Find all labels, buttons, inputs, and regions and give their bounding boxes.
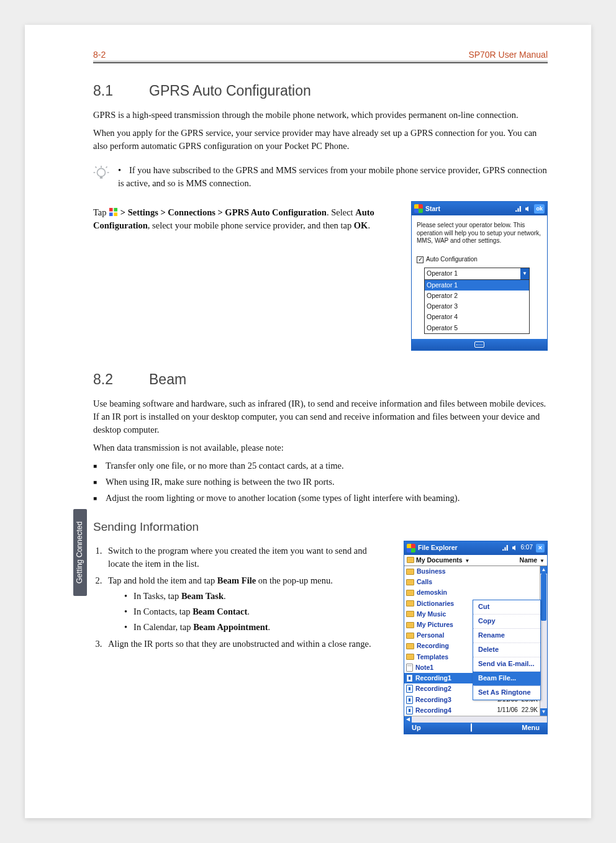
file-row[interactable]: Recording41/11/0622.9K (404, 705, 540, 716)
close-icon[interactable]: × (536, 544, 545, 552)
context-menu: Cut Copy Rename Delete Send via E-mail..… (473, 600, 541, 700)
scroll-thumb[interactable] (541, 574, 546, 621)
list-item: When using IR, make sure nothing is betw… (108, 476, 548, 489)
signal-icon (502, 544, 509, 551)
speaker-icon (525, 205, 531, 212)
keyboard-icon[interactable] (474, 341, 484, 348)
operator-option[interactable]: Operator 5 (425, 323, 529, 333)
note-file-icon (406, 664, 413, 672)
section-8-1-heading: 8.1GPRS Auto Configuration (93, 81, 548, 101)
scroll-left-icon[interactable]: ◀ (404, 716, 412, 723)
checkbox-label: Auto Configuration (426, 255, 478, 264)
window-title: Start (425, 204, 512, 214)
bottom-command-bar: Up Menu (404, 723, 547, 734)
screenshot-gprs-config: Start ok Please select your operator bel… (411, 201, 548, 350)
svg-rect-1 (100, 177, 102, 179)
menu-button[interactable]: Menu (522, 723, 540, 733)
section-8-2-heading: 8.2Beam (93, 369, 548, 390)
menu-item-rename[interactable]: Rename (473, 629, 540, 643)
chevron-down-icon: ▼ (465, 558, 470, 564)
menu-item-delete[interactable]: Delete (473, 643, 540, 657)
operator-combobox[interactable]: Operator 1 ▼ Operator 1 Operator 2 Opera… (424, 268, 530, 333)
folder-row[interactable]: Calls (404, 577, 540, 587)
folder-icon (406, 643, 414, 649)
section-title: GPRS Auto Configuration (149, 83, 311, 99)
scroll-track[interactable] (540, 574, 547, 708)
section-title: Beam (149, 371, 186, 387)
page-number: 8-2 (93, 48, 106, 61)
operator-option[interactable]: Operator 1 (425, 280, 529, 291)
menu-item-copy[interactable]: Copy (473, 615, 540, 629)
folder-icon (406, 600, 414, 606)
operator-option[interactable]: Operator 2 (425, 291, 529, 301)
scroll-down-icon[interactable]: ▼ (540, 708, 547, 716)
list-item: Transfer only one file, or no more than … (108, 459, 548, 472)
checkbox-checked-icon[interactable]: ✓ (417, 256, 424, 263)
bottom-bar (412, 339, 547, 350)
header-rule (93, 61, 548, 61)
substep: In Calendar, tap Beam Appointment. (124, 621, 389, 634)
start-flag-icon[interactable] (414, 204, 423, 213)
step-1: Switch to the program where you created … (104, 544, 389, 570)
sec82-paragraph-1: Use beaming software and hardware, such … (93, 397, 548, 436)
svg-point-0 (97, 169, 106, 177)
chevron-down-icon[interactable]: ▼ (520, 268, 529, 279)
menu-item-send-email[interactable]: Send via E-mail... (473, 657, 540, 672)
substep: In Contacts, tap Beam Contact. (124, 605, 389, 618)
audio-file-icon (406, 674, 413, 682)
keyboard-icon[interactable] (471, 723, 472, 732)
menu-item-set-ringtone[interactable]: Set As Ringtone (473, 686, 540, 700)
audio-file-icon (406, 685, 413, 693)
tap-instruction: Tap > Settings > Connections > GPRS Auto… (93, 206, 396, 232)
sec82-paragraph-2: When data transmission is not available,… (93, 441, 548, 454)
audio-file-icon (406, 706, 413, 715)
signal-icon (515, 205, 522, 212)
sending-steps: Switch to the program where you created … (93, 544, 389, 651)
folder-icon (406, 611, 414, 617)
breadcrumb-folder[interactable]: My Documents ▼ (407, 556, 470, 565)
step2-substeps: In Tasks, tap Beam Task. In Contacts, ta… (108, 590, 389, 634)
svg-rect-7 (109, 208, 113, 212)
svg-line-6 (106, 167, 107, 168)
folder-row[interactable]: Business (404, 566, 540, 577)
windows-start-icon (109, 207, 118, 217)
menu-item-beam-file[interactable]: Beam File... (473, 672, 540, 686)
clock: 6:07 (521, 543, 533, 552)
folder-icon (407, 557, 414, 563)
screenshot-file-explorer: File Explorer 6:07 × My Documents ▼ Name… (404, 541, 548, 734)
folder-icon (406, 654, 414, 660)
up-button[interactable]: Up (412, 723, 421, 733)
sec81-paragraph-1: GPRS is a high-speed transmission throug… (93, 109, 548, 122)
folder-row[interactable]: demoskin (404, 587, 540, 598)
scroll-up-icon[interactable]: ▲ (540, 566, 547, 574)
window-titlebar: File Explorer 6:07 × (404, 541, 547, 555)
status-icons: ok (515, 204, 545, 214)
start-flag-icon[interactable] (407, 544, 415, 552)
lightbulb-icon (93, 165, 109, 181)
section-number: 8.2 (93, 369, 149, 390)
window-titlebar: Start ok (412, 202, 547, 215)
config-intro-text: Please select your operator below. This … (417, 222, 542, 245)
folder-icon (406, 579, 414, 585)
svg-rect-8 (114, 208, 118, 212)
sort-dropdown[interactable]: Name ▼ (520, 556, 545, 565)
horizontal-scrollbar[interactable]: ◀ (404, 716, 547, 723)
tip-text: •If you have subscribed to the GPRS and … (118, 164, 548, 190)
operator-option[interactable]: Operator 4 (425, 312, 529, 322)
speaker-icon (512, 544, 518, 551)
tip-row: •If you have subscribed to the GPRS and … (93, 164, 548, 190)
folder-icon (406, 590, 414, 596)
file-explorer-body: Business Calls demoskin Dictionaries My … (404, 566, 547, 716)
operator-option[interactable]: Operator 3 (425, 301, 529, 312)
ok-button[interactable]: ok (534, 204, 545, 214)
folder-icon (406, 633, 414, 639)
manual-page: 8-2 SP70R User Manual Getting Connected … (25, 25, 591, 818)
auto-config-checkbox-row[interactable]: ✓ Auto Configuration (417, 255, 542, 264)
section-tab: Getting Connected (73, 509, 87, 596)
section-number: 8.1 (93, 81, 149, 101)
audio-file-icon (406, 696, 413, 704)
menu-item-cut[interactable]: Cut (473, 600, 540, 615)
folder-icon (406, 569, 414, 575)
sec81-paragraph-2: When you apply for the GPRS service, you… (93, 127, 548, 153)
list-item: Adjust the room lighting or move to anot… (108, 492, 548, 505)
